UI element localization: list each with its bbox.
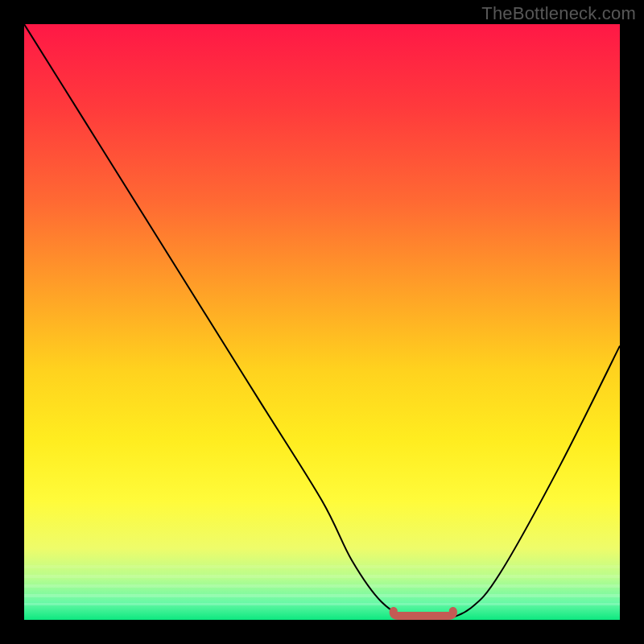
curve-svg (24, 24, 620, 620)
watermark-text: TheBottleneck.com (481, 3, 636, 24)
bottleneck-curve (24, 24, 620, 620)
chart-frame: TheBottleneck.com (0, 0, 644, 644)
plot-area (24, 24, 620, 620)
optimum-marker (394, 611, 453, 616)
